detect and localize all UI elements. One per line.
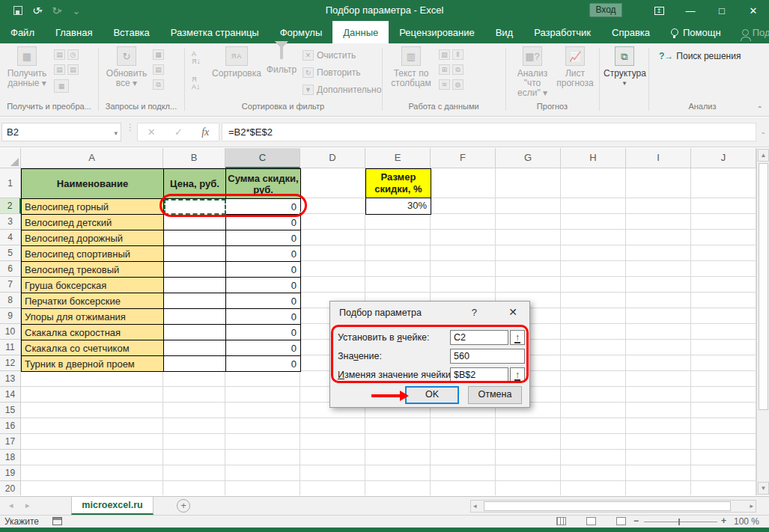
from-table-icon[interactable]: ▦: [54, 79, 69, 93]
cell-a5[interactable]: Велосипед спортивный: [22, 246, 164, 262]
select-all-corner[interactable]: [0, 148, 21, 168]
row-header-18[interactable]: 18: [0, 450, 21, 465]
ok-button[interactable]: OK: [405, 386, 459, 404]
cell-b5[interactable]: [164, 246, 226, 262]
tab-home[interactable]: Главная: [45, 21, 103, 43]
tab-file[interactable]: Файл: [0, 21, 45, 43]
row-header-5[interactable]: 5: [0, 245, 21, 261]
recent-sources-icon[interactable]: ◷: [67, 49, 79, 60]
cell-c4[interactable]: 0: [226, 230, 301, 246]
row-header-1[interactable]: 1: [0, 168, 21, 198]
row-header-11[interactable]: 11: [0, 340, 21, 355]
cell-b10[interactable]: [164, 325, 226, 340]
filter-button[interactable]: Фильтр: [264, 46, 300, 75]
cell-c3[interactable]: 0: [226, 215, 301, 230]
cell-a2[interactable]: Велосипед горный: [22, 199, 164, 215]
cell-c9[interactable]: 0: [226, 309, 301, 325]
column-header-j[interactable]: J: [691, 148, 756, 168]
cell-a8[interactable]: Перчатки боксерские: [22, 293, 164, 309]
existing-connections-icon[interactable]: ▤: [67, 64, 79, 75]
vertical-scrollbar[interactable]: ▲ ▼: [756, 148, 769, 495]
tab-formulas[interactable]: Формулы: [270, 21, 333, 43]
tab-view[interactable]: Вид: [485, 21, 524, 43]
row-header-15[interactable]: 15: [0, 403, 21, 418]
cell-a12[interactable]: Турник в дверной проем: [22, 356, 164, 372]
minimize-icon[interactable]: —: [675, 0, 706, 21]
normal-view-icon[interactable]: [556, 517, 566, 525]
what-if-analysis-button[interactable]: ▦? Анализ "чтоесли" ▾: [511, 46, 554, 98]
column-header-i[interactable]: I: [626, 148, 691, 168]
row-header-7[interactable]: 7: [0, 277, 21, 293]
horizontal-scrollbar[interactable]: ◂ ▸: [470, 500, 756, 513]
share-button[interactable]: Поделиться: [732, 21, 769, 43]
sort-za-icon[interactable]: ЯА↓: [192, 76, 201, 91]
row-header-20[interactable]: 20: [0, 481, 21, 495]
cell-e1[interactable]: Размерскидки, %: [366, 169, 431, 198]
tab-data[interactable]: Данные: [332, 21, 389, 43]
tab-page-layout[interactable]: Разметка страницы: [160, 21, 270, 43]
reapply-button[interactable]: ↻Повторить: [303, 67, 361, 78]
cell-a9[interactable]: Упоры для отжимания: [22, 309, 164, 325]
set-cell-range-icon[interactable]: ↑: [510, 330, 525, 345]
cell-c11[interactable]: 0: [226, 340, 301, 356]
cell-b4[interactable]: [164, 230, 226, 246]
row-header-8[interactable]: 8: [0, 293, 21, 308]
cell-c8[interactable]: 0: [226, 293, 301, 309]
edit-links-icon[interactable]: ⧉: [153, 79, 164, 90]
from-text-icon[interactable]: ▤: [54, 49, 65, 60]
fill-handle[interactable]: [299, 212, 303, 215]
name-box[interactable]: B2▾: [1, 123, 121, 141]
maximize-icon[interactable]: □: [706, 0, 738, 21]
column-header-c[interactable]: C: [225, 148, 300, 168]
tab-assistant[interactable]: Помощн: [660, 21, 732, 43]
row-header-17[interactable]: 17: [0, 434, 21, 450]
cancel-entry-icon[interactable]: ✕: [148, 126, 156, 138]
horizontal-scroll-thumb[interactable]: [484, 501, 731, 511]
scroll-right-icon[interactable]: ▸: [750, 502, 753, 510]
by-changing-cell-input[interactable]: $B$2: [450, 367, 508, 382]
column-header-e[interactable]: E: [365, 148, 431, 168]
page-break-view-icon[interactable]: [616, 517, 626, 525]
row-header-2[interactable]: 2: [0, 198, 21, 214]
to-value-input[interactable]: 560: [450, 349, 525, 364]
row-header-3[interactable]: 3: [0, 214, 21, 230]
cancel-button[interactable]: Отмена: [468, 386, 522, 404]
row-header-10[interactable]: 10: [0, 324, 21, 340]
cell-c6[interactable]: 0: [226, 262, 301, 278]
cell-b12[interactable]: [164, 356, 226, 372]
cell-a10[interactable]: Скакалка скоростная: [22, 325, 164, 340]
zoom-slider-thumb[interactable]: [678, 519, 680, 525]
close-icon[interactable]: ✕: [738, 0, 769, 21]
vertical-scroll-thumb[interactable]: [759, 163, 768, 410]
cell-c7[interactable]: 0: [226, 278, 301, 293]
name-box-dropdown-icon[interactable]: ▾: [114, 129, 118, 137]
cell-a1[interactable]: Наименование: [22, 169, 164, 199]
zoom-percentage[interactable]: 100 %: [734, 516, 759, 527]
enter-entry-icon[interactable]: ✓: [174, 126, 183, 138]
zoom-in-icon[interactable]: +: [721, 516, 726, 526]
cell-a11[interactable]: Скакалка со счетчиком: [22, 340, 164, 356]
cell-b8[interactable]: [164, 293, 226, 309]
cell-b9[interactable]: [164, 309, 226, 325]
next-sheet-icon[interactable]: ▸: [25, 501, 30, 510]
cell-a7[interactable]: Груша боксерская: [22, 278, 164, 293]
manage-data-model-icon[interactable]: ◍: [452, 79, 463, 90]
sign-in-button[interactable]: Вход: [589, 3, 622, 17]
cell-c2[interactable]: 0: [226, 199, 301, 215]
tab-help[interactable]: Справка: [601, 21, 660, 43]
queries-connections-icon[interactable]: ▦: [153, 49, 164, 60]
cell-b1[interactable]: Цена, руб.: [164, 169, 226, 199]
add-sheet-icon[interactable]: +: [177, 499, 190, 513]
cell-a3[interactable]: Велосипед детский: [22, 215, 164, 230]
properties-icon[interactable]: ▤: [153, 64, 164, 75]
cell-c1[interactable]: Сумма скидки, руб.: [226, 169, 301, 199]
cell-b11[interactable]: [164, 340, 226, 356]
macro-record-icon[interactable]: [52, 517, 62, 525]
cell-c12[interactable]: 0: [226, 356, 301, 372]
zoom-out-icon[interactable]: −: [633, 516, 639, 526]
collapse-ribbon-icon[interactable]: ⌃: [757, 105, 763, 113]
sort-button[interactable]: ЯА Сортировка: [210, 46, 264, 79]
outline-structure-button[interactable]: ⧉ Структура▾: [604, 46, 645, 88]
scroll-left-icon[interactable]: ◂: [473, 502, 477, 510]
row-header-16[interactable]: 16: [0, 418, 21, 434]
